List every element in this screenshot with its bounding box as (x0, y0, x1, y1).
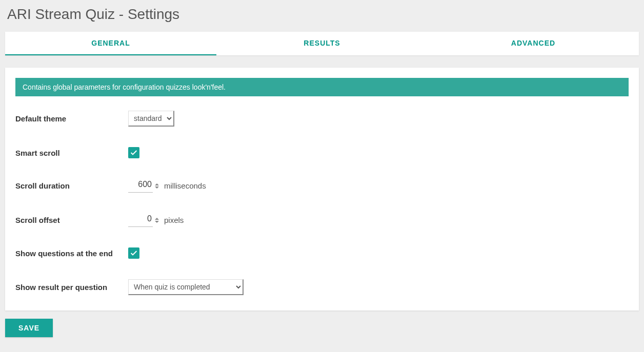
input-scroll-duration[interactable] (128, 179, 153, 193)
row-scroll-offset: Scroll offset pixels (15, 213, 629, 227)
unit-scroll-duration: milliseconds (164, 181, 206, 190)
row-show-result-per-question: Show result per question When quiz is co… (15, 279, 629, 295)
chevron-down-icon (155, 187, 159, 189)
tab-results[interactable]: RESULTS (216, 32, 428, 55)
row-smart-scroll: Smart scroll (15, 147, 629, 158)
page-title: ARI Stream Quiz - Settings (7, 6, 639, 23)
spinner-scroll-offset[interactable] (155, 217, 159, 223)
tab-general[interactable]: GENERAL (5, 32, 216, 55)
check-icon (130, 149, 138, 157)
chevron-up-icon (155, 218, 159, 220)
chevron-up-icon (155, 183, 159, 185)
label-scroll-offset: Scroll offset (15, 216, 128, 224)
check-icon (130, 249, 138, 257)
select-show-result-per-question[interactable]: When quiz is completed (128, 279, 244, 295)
settings-tabs: GENERAL RESULTS ADVANCED (5, 32, 639, 55)
checkbox-smart-scroll[interactable] (128, 147, 139, 158)
checkbox-show-questions-end[interactable] (128, 247, 139, 259)
save-button[interactable]: SAVE (5, 319, 53, 337)
label-show-result-per-question: Show result per question (15, 283, 128, 292)
label-show-questions-end: Show questions at the end (15, 249, 128, 258)
row-show-questions-end: Show questions at the end (15, 247, 629, 259)
label-scroll-duration: Scroll duration (15, 181, 128, 190)
select-default-theme[interactable]: standard (128, 111, 174, 127)
row-default-theme: Default theme standard (15, 111, 629, 127)
spinner-scroll-duration[interactable] (155, 183, 159, 189)
input-scroll-offset[interactable] (128, 213, 153, 227)
label-default-theme: Default theme (15, 114, 128, 123)
unit-scroll-offset: pixels (164, 216, 184, 224)
settings-panel: Contains global parameters for configura… (5, 68, 639, 310)
tab-advanced[interactable]: ADVANCED (428, 32, 639, 55)
chevron-down-icon (155, 221, 159, 223)
panel-banner: Contains global parameters for configura… (15, 78, 629, 96)
label-smart-scroll: Smart scroll (15, 149, 128, 157)
row-scroll-duration: Scroll duration milliseconds (15, 179, 629, 193)
